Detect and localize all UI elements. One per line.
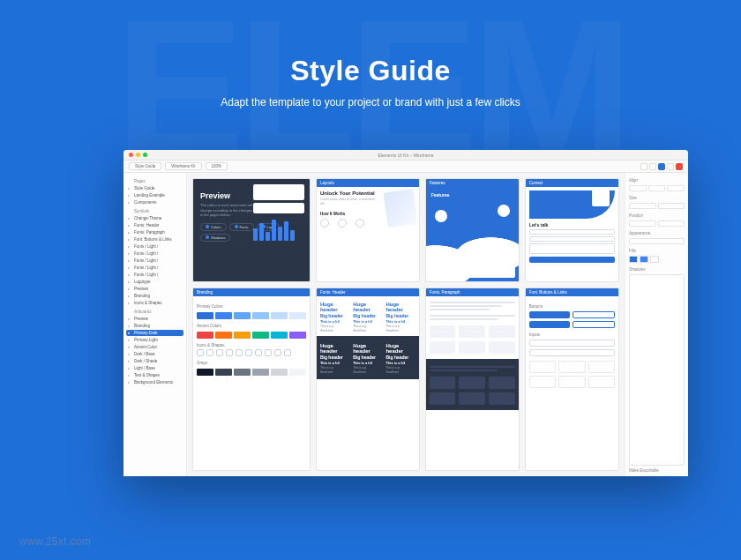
zoom-icon[interactable]	[143, 153, 147, 157]
sidebar-item[interactable]: Fonts / Light /	[126, 250, 183, 257]
color-swatch[interactable]	[215, 332, 232, 339]
color-swatch[interactable]	[289, 332, 306, 339]
color-swatch[interactable]	[289, 369, 306, 376]
name-field[interactable]	[529, 229, 615, 235]
sidebar-item[interactable]: Fonts: Header	[126, 222, 183, 228]
artboard-paragraph[interactable]: Fonts: Paragraph	[425, 287, 520, 471]
artboard-branding[interactable]: Branding Primary Colors Accent Colors Ic…	[192, 287, 311, 471]
color-swatch[interactable]	[234, 332, 251, 339]
color-swatch[interactable]	[252, 312, 269, 319]
tool-icon[interactable]	[649, 163, 656, 170]
sidebar-item[interactable]: Preview	[126, 286, 183, 292]
sidebar-item[interactable]: Branding	[126, 323, 183, 329]
secondary-button[interactable]	[573, 321, 615, 328]
sidebar-item[interactable]: Text & Shapes	[126, 372, 183, 378]
inspector-panel: Align Size Position Appearance Fills Sha…	[625, 173, 688, 476]
color-swatch[interactable]	[197, 332, 213, 339]
primary-button[interactable]	[529, 321, 570, 328]
artboard-features[interactable]: Features Features	[425, 178, 520, 282]
color-swatch[interactable]	[271, 369, 288, 376]
secondary-button[interactable]	[573, 311, 615, 318]
color-swatch[interactable]	[197, 312, 213, 319]
sidebar-item[interactable]: Landing Example	[126, 192, 183, 198]
sidebar-item[interactable]: Preview	[126, 316, 183, 322]
fill-swatch[interactable]	[640, 256, 648, 263]
house-icon	[592, 189, 610, 206]
sidebar-item[interactable]: Background Elements	[126, 379, 183, 385]
color-swatch[interactable]	[289, 312, 306, 319]
color-swatch[interactable]	[215, 312, 232, 319]
color-swatch[interactable]	[271, 312, 288, 319]
color-swatch[interactable]	[197, 369, 213, 376]
email-field[interactable]	[529, 236, 615, 242]
shape-icon	[197, 349, 204, 356]
text-input[interactable]	[529, 349, 615, 356]
tool-icon[interactable]	[676, 163, 683, 170]
sidebar-item[interactable]: Logotype	[126, 279, 183, 285]
fill-swatch[interactable]	[629, 256, 638, 263]
toolbar-right	[640, 163, 683, 170]
sidebar-item[interactable]: Light / Base	[126, 365, 183, 371]
avatar-icon	[498, 205, 510, 217]
artboard-hero[interactable]: Layouts Unlock Your Potential Lorem ipsu…	[316, 178, 420, 282]
artboard-typography[interactable]: Fonts: Header Huge headerBig headerThis …	[316, 287, 420, 471]
toolbar-tab-wireframe[interactable]: Wireframe Kit	[165, 162, 201, 170]
y-field[interactable]	[658, 220, 685, 227]
fill-swatch[interactable]	[650, 256, 659, 263]
sidebar-item[interactable]: Components	[126, 199, 183, 205]
color-swatch[interactable]	[234, 312, 251, 319]
color-swatch[interactable]	[252, 332, 269, 339]
opacity-field[interactable]	[629, 238, 685, 244]
artboard-buttons[interactable]: Font: Buttons & Links Buttons Inputs	[525, 287, 619, 471]
sidebar-item[interactable]: Fonts / Light /	[126, 243, 183, 250]
layers-sidebar[interactable]: PagesStyle GuideLanding ExampleComponent…	[124, 173, 187, 476]
sidebar-item[interactable]: Branding	[126, 293, 183, 299]
sidebar-item[interactable]: Dark / Base	[126, 351, 183, 357]
width-field[interactable]	[629, 203, 656, 209]
color-swatch[interactable]	[271, 332, 288, 339]
shadow-field[interactable]	[629, 274, 685, 466]
export-label[interactable]: Make Exportable	[629, 468, 685, 473]
sidebar-item[interactable]: Font: Buttons & Links	[126, 236, 183, 243]
sidebar-item[interactable]: Fonts / Light /	[126, 272, 183, 278]
sidebar-item[interactable]: Fonts: Paragraph	[126, 229, 183, 235]
sidebar-item[interactable]: Primary-Dark	[126, 330, 183, 336]
window-title: Elements UI Kit – Wireframe	[378, 153, 433, 158]
message-field[interactable]	[529, 243, 615, 254]
tool-icon[interactable]	[640, 163, 647, 170]
toolbar-zoom[interactable]: 100%	[206, 162, 228, 170]
sidebar-item[interactable]: Change-Theme	[126, 215, 183, 221]
color-swatch[interactable]	[215, 369, 232, 376]
sidebar-item[interactable]: Accent-Color	[126, 344, 183, 350]
sidebar-item[interactable]: Icons & Shapes	[126, 300, 183, 306]
artboard-contact[interactable]: Contact Let's talk	[525, 178, 619, 282]
height-field[interactable]	[658, 203, 685, 209]
canvas[interactable]: Preview The colors in each instrument wi…	[187, 173, 625, 476]
type-column: Huge headerBig headerThis is a h3This is…	[353, 302, 382, 332]
text-input[interactable]	[529, 340, 615, 347]
minimize-icon[interactable]	[136, 153, 140, 157]
align-control[interactable]	[648, 185, 666, 191]
sidebar-item[interactable]: Dark / Shade	[126, 358, 183, 364]
toolbar-tab-styleguide[interactable]: Style Guide	[129, 162, 161, 170]
inspector-heading: Align	[629, 178, 685, 183]
sidebar-item[interactable]: Style Guide	[126, 185, 183, 191]
align-control[interactable]	[667, 185, 685, 191]
color-swatch[interactable]	[234, 369, 251, 376]
x-field[interactable]	[629, 220, 656, 227]
inputs-sub: Buttons	[529, 304, 615, 309]
close-icon[interactable]	[129, 153, 133, 157]
submit-button[interactable]	[529, 257, 615, 263]
tool-icon[interactable]	[658, 163, 665, 170]
artboard-preview[interactable]: Preview The colors in each instrument wi…	[192, 178, 311, 282]
sidebar-item[interactable]: Primary-Light	[126, 337, 183, 343]
bar-icon	[266, 232, 270, 241]
color-swatch[interactable]	[252, 369, 269, 376]
align-control[interactable]	[629, 185, 647, 191]
artboard-label: Branding	[193, 288, 310, 296]
shape-icon	[274, 349, 281, 356]
tool-icon[interactable]	[667, 163, 674, 170]
sidebar-item[interactable]: Fonts / Light /	[126, 265, 183, 271]
sidebar-item[interactable]: Fonts / Light /	[126, 258, 183, 264]
primary-button[interactable]	[529, 311, 570, 318]
